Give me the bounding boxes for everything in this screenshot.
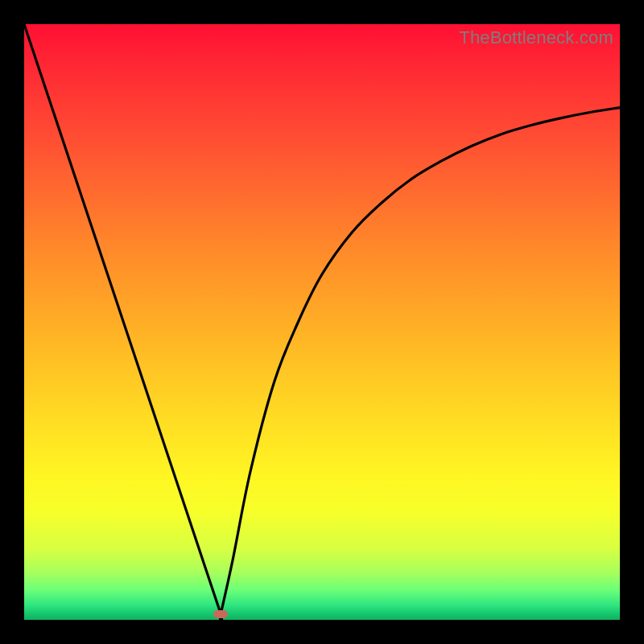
curve-path	[24, 24, 620, 621]
minimum-marker	[213, 610, 228, 618]
chart-frame: TheBottleneck.com	[0, 0, 644, 644]
bottleneck-curve	[24, 24, 620, 620]
plot-area: TheBottleneck.com	[24, 24, 620, 620]
